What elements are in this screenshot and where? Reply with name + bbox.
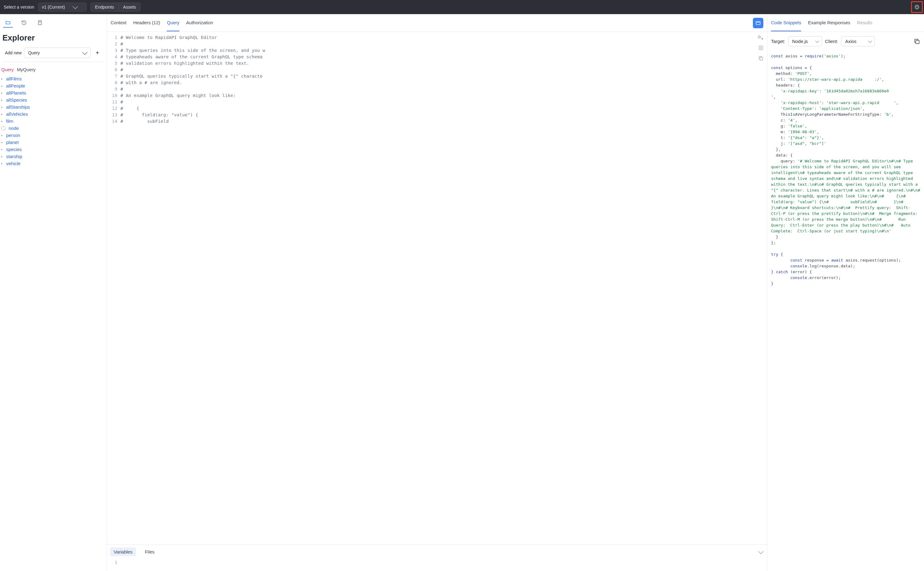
chevron-down-icon [73, 4, 78, 9]
expand-icon: ▸ [1, 77, 4, 80]
tree-item-label: allPlanets [6, 90, 26, 96]
svg-rect-3 [760, 57, 763, 60]
svg-rect-1 [756, 21, 760, 25]
tree-item-allVehicles[interactable]: ▸allVehicles [1, 111, 105, 117]
tree-item-label: allSpecies [6, 97, 27, 103]
history-icon[interactable] [19, 18, 29, 28]
collapse-button[interactable] [911, 1, 923, 13]
tab-headers[interactable]: Headers (12) [133, 14, 160, 31]
explorer-panel: Explorer Add new Query + Query MyQuery ▸… [0, 14, 107, 571]
add-new-type-select[interactable]: Query [24, 48, 91, 58]
docs-icon[interactable] [35, 18, 45, 28]
query-keyword: Query [1, 67, 14, 72]
tree-item-starship[interactable]: ▸starship [1, 153, 105, 160]
tree-item-vehicle[interactable]: ▸vehicle [1, 160, 105, 167]
client-select[interactable]: Axios [841, 36, 875, 46]
target-value: Node.js [792, 39, 808, 44]
tree-item-allPeople[interactable]: ▸allPeople [1, 82, 105, 90]
tree-item-label: allFilms [6, 76, 22, 81]
version-select[interactable]: v1 (Current) [38, 3, 87, 12]
snippet-controls: Target: Node.js Client: Axios [767, 32, 924, 51]
radio-icon [1, 126, 6, 130]
version-value: v1 (Current) [42, 5, 65, 9]
tree-item-label: species [6, 147, 22, 152]
query-header: Query MyQuery [0, 62, 107, 75]
tree-item-label: node [9, 125, 19, 131]
editor-tool-icons [758, 34, 764, 62]
tree-item-label: allPeople [6, 83, 25, 88]
tab-files[interactable]: Files [141, 547, 158, 556]
expand-icon: ▸ [1, 134, 4, 137]
editor-wrapper: 1234567891011121314 # Welcome to RapidAP… [107, 32, 767, 571]
copy-snippet-button[interactable] [913, 38, 920, 45]
add-new-button[interactable]: + [93, 48, 102, 57]
chevron-down-icon [82, 50, 88, 55]
copy-query-icon[interactable] [758, 55, 764, 62]
tree-item-allPlanets[interactable]: ▸allPlanets [1, 90, 105, 96]
tab-context[interactable]: Context [111, 14, 127, 31]
query-name: MyQuery [17, 67, 36, 72]
right-panel: Code Snippets Example Responses Results … [767, 14, 924, 571]
fields-tree: ▸allFilms▸allPeople▸allPlanets▸allSpecie… [0, 75, 107, 167]
tree-item-node[interactable]: node [1, 125, 105, 132]
line-gutter: 1234567891011121314 [107, 34, 121, 545]
center-tabs: Context Headers (12) Query Authorization [107, 14, 767, 32]
tree-item-film[interactable]: ▸film [1, 117, 105, 125]
expand-icon: ▸ [1, 119, 4, 123]
expand-icon: ▸ [1, 98, 4, 102]
tree-item-label: starship [6, 154, 22, 159]
tree-item-species[interactable]: ▸species [1, 146, 105, 153]
tree-item-person[interactable]: ▸person [1, 132, 105, 139]
assets-tab[interactable]: Assets [119, 3, 141, 11]
merge-icon[interactable] [758, 45, 764, 51]
tab-example-responses[interactable]: Example Responses [808, 14, 850, 31]
panel-icon [756, 20, 761, 26]
expand-icon: ▸ [1, 155, 4, 158]
tree-item-label: person [6, 133, 20, 138]
code-area[interactable]: # Welcome to RapidAPI GraphQL Editor## T… [121, 34, 767, 545]
tree-item-label: allVehicles [6, 111, 28, 117]
code-snippet[interactable]: const axios = require('axios'); const op… [767, 51, 924, 571]
bottom-tabs: Variables Files [107, 545, 767, 559]
chevron-down-icon[interactable] [759, 549, 764, 554]
tab-variables[interactable]: Variables [110, 547, 136, 556]
tree-item-allStarships[interactable]: ▸allStarships [1, 103, 105, 111]
tab-query[interactable]: Query [167, 14, 179, 31]
sidebar-icon-row [0, 14, 107, 28]
target-select[interactable]: Node.js [788, 36, 822, 46]
variables-editor[interactable]: 1 [107, 559, 767, 571]
endpoints-tab[interactable]: Endpoints [91, 3, 118, 11]
add-new-row: Add new Query + [3, 48, 104, 62]
tab-authorization[interactable]: Authorization [186, 14, 213, 31]
bottom-panel: Variables Files 1 [107, 545, 767, 571]
add-new-type-value: Query [28, 50, 40, 55]
right-tabs: Code Snippets Example Responses Results [767, 14, 924, 32]
tree-item-label: planet [6, 140, 19, 145]
explorer-icon[interactable] [3, 18, 13, 28]
target-label: Target: [771, 39, 785, 44]
tree-item-label: allStarships [6, 104, 30, 110]
graphql-editor[interactable]: 1234567891011121314 # Welcome to RapidAP… [107, 32, 767, 545]
tab-code-snippets[interactable]: Code Snippets [771, 14, 801, 31]
tree-item-label: film [6, 119, 13, 124]
client-value: Axios [845, 39, 856, 44]
add-new-label: Add new [5, 50, 22, 55]
expand-icon: ▸ [1, 148, 4, 151]
var-line-number: 1 [107, 560, 121, 565]
center-panel: Context Headers (12) Query Authorization… [107, 14, 767, 571]
explorer-title: Explorer [0, 28, 107, 48]
prettify-icon[interactable] [758, 34, 764, 40]
tree-item-planet[interactable]: ▸planet [1, 139, 105, 146]
minimize-icon [914, 4, 920, 10]
tree-item-allFilms[interactable]: ▸allFilms [1, 75, 105, 82]
expand-icon: ▸ [1, 162, 4, 165]
tree-item-allSpecies[interactable]: ▸allSpecies [1, 96, 105, 103]
expand-icon: ▸ [1, 105, 4, 109]
expand-icon: ▸ [1, 113, 4, 116]
nav-segment: Endpoints Assets [90, 3, 141, 12]
expand-icon: ▸ [1, 84, 4, 88]
run-query-button[interactable] [753, 18, 763, 28]
select-version-label: Select a version [4, 5, 34, 9]
expand-icon: ▸ [1, 140, 4, 144]
tab-results: Results [857, 14, 872, 31]
